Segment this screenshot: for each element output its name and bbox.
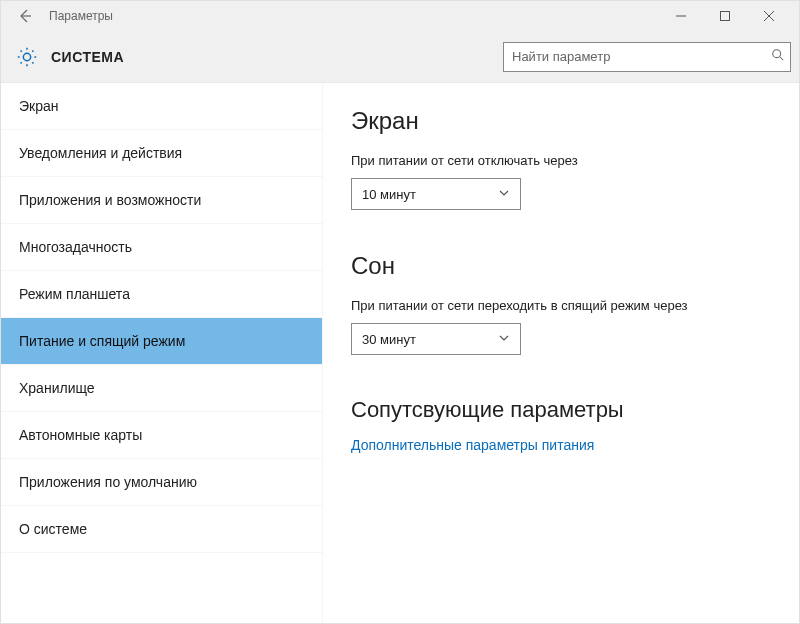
chevron-down-icon [498, 185, 510, 203]
sleep-value: 30 минут [362, 332, 416, 347]
window-title: Параметры [49, 9, 113, 23]
window-controls [659, 1, 791, 31]
sleep-label: При питании от сети переходить в спящий … [351, 298, 771, 313]
content-area: Экран Уведомления и действия Приложения … [1, 83, 799, 624]
header-bar: СИСТЕМА [1, 31, 799, 83]
gear-icon [16, 46, 38, 68]
search-wrap [503, 42, 791, 72]
additional-power-settings-link[interactable]: Дополнительные параметры питания [351, 437, 771, 453]
sidebar-item-label: Режим планшета [19, 286, 130, 302]
screen-off-value: 10 минут [362, 187, 416, 202]
maximize-button[interactable] [703, 1, 747, 31]
sidebar-item-power-sleep[interactable]: Питание и спящий режим [1, 318, 322, 365]
sidebar-item-label: Уведомления и действия [19, 145, 182, 161]
search-input[interactable] [503, 42, 791, 72]
sidebar-item-label: Автономные карты [19, 427, 142, 443]
sidebar-item-offline-maps[interactable]: Автономные карты [1, 412, 322, 459]
sidebar-item-multitasking[interactable]: Многозадачность [1, 224, 322, 271]
back-button[interactable] [9, 1, 41, 31]
close-icon [764, 11, 774, 21]
system-section-icon [15, 45, 39, 69]
sidebar-item-about[interactable]: О системе [1, 506, 322, 553]
sidebar: Экран Уведомления и действия Приложения … [1, 83, 323, 624]
svg-rect-2 [721, 12, 730, 21]
sidebar-item-label: Экран [19, 98, 59, 114]
sidebar-item-label: Приложения по умолчанию [19, 474, 197, 490]
screen-heading: Экран [351, 107, 771, 135]
chevron-down-icon [498, 330, 510, 348]
sidebar-item-label: Приложения и возможности [19, 192, 201, 208]
maximize-icon [720, 11, 730, 21]
sidebar-item-label: Многозадачность [19, 239, 132, 255]
sidebar-item-display[interactable]: Экран [1, 83, 322, 130]
minimize-icon [676, 11, 686, 21]
related-settings-heading: Сопутсвующие параметры [351, 397, 771, 423]
close-button[interactable] [747, 1, 791, 31]
sidebar-item-notifications[interactable]: Уведомления и действия [1, 130, 322, 177]
sidebar-item-label: Питание и спящий режим [19, 333, 185, 349]
arrow-left-icon [17, 8, 33, 24]
sidebar-item-label: О системе [19, 521, 87, 537]
screen-off-label: При питании от сети отключать через [351, 153, 771, 168]
sidebar-item-storage[interactable]: Хранилище [1, 365, 322, 412]
sidebar-item-apps-features[interactable]: Приложения и возможности [1, 177, 322, 224]
sidebar-item-tablet-mode[interactable]: Режим планшета [1, 271, 322, 318]
sleep-heading: Сон [351, 252, 771, 280]
titlebar: Параметры [1, 1, 799, 31]
sidebar-item-default-apps[interactable]: Приложения по умолчанию [1, 459, 322, 506]
screen-off-dropdown[interactable]: 10 минут [351, 178, 521, 210]
section-title: СИСТЕМА [51, 49, 124, 65]
main-panel: Экран При питании от сети отключать чере… [323, 83, 799, 624]
sidebar-item-label: Хранилище [19, 380, 95, 396]
minimize-button[interactable] [659, 1, 703, 31]
sleep-dropdown[interactable]: 30 минут [351, 323, 521, 355]
